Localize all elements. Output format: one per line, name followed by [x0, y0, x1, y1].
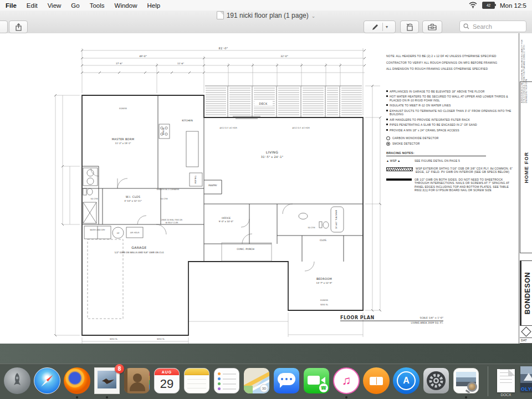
system-preferences-icon: [423, 368, 449, 393]
pdf-page[interactable]: 81'-0" 49'-0" 32'-0" 17'-6" 11'-6" MASTE…: [0, 33, 532, 344]
dock-item-docx-file[interactable]: DOCX: [495, 366, 517, 397]
menu-view[interactable]: View: [43, 2, 66, 9]
proxy-document-icon[interactable]: [217, 11, 224, 19]
markup-pen-button[interactable]: ▾: [364, 21, 396, 33]
ibooks-icon: [363, 367, 390, 394]
facetime-icon: ☎: [304, 368, 329, 393]
dim-17-6: 17'-6": [116, 62, 122, 65]
room-label-garage: GARAGE: [131, 245, 147, 249]
label-window-9050b: 9050 SL: [157, 338, 165, 340]
titleblock-date-label: DAT: [520, 337, 532, 342]
bracing-notes: BRACING NOTES: ▲ WSP ▲ SEE FIGURE DETAIL…: [386, 151, 516, 192]
bullet-crawl-space: PROVIDE A MIN 18" x 24" CRAWL SPACE ACCE…: [390, 129, 459, 132]
label-window-5050: 5050 SL: [320, 304, 328, 306]
label-hdr-2: 4X12 D.F. #2 HDR: [292, 127, 310, 129]
title-chevron-icon[interactable]: ⌄: [311, 13, 316, 19]
image-file-label: OLYM: [521, 386, 532, 392]
menu-tools[interactable]: Tools: [85, 2, 110, 9]
label-hdr-1: 4X12 D.F. #2 HDR: [219, 127, 237, 129]
room-label-porch: CONC. PORCH: [237, 248, 254, 250]
dock-item-olym-image[interactable]: OLYM: [520, 366, 532, 392]
pen-icon: [371, 23, 380, 31]
menu-bar: File Edit View Go Tools Window Help 42 M…: [0, 0, 532, 11]
dock: 8 AUG 29: [0, 364, 532, 399]
calendar-icon: AUG 29: [154, 368, 180, 393]
dim-right: 32'-0": [280, 55, 288, 58]
menu-file[interactable]: File: [3, 2, 22, 9]
battery-icon[interactable]: 42: [482, 2, 495, 9]
search-input[interactable]: [472, 23, 518, 30]
rotate-button[interactable]: [400, 21, 419, 33]
dock-item-ibooks[interactable]: [362, 367, 390, 395]
drawing-scale: SCALE 1/4" = 1'-0": [420, 316, 443, 319]
room-label-office: OFFICE: [222, 217, 231, 219]
bullet-exhaust: EXHAUST DUCTS TO TERMINATE NO CLOSER THA…: [390, 109, 516, 116]
label-wash-dry: WASH AND DRY: [90, 229, 105, 231]
solid-bar-icon: [386, 178, 412, 181]
label-range: RANGE: [162, 128, 165, 135]
reminders-icon: [214, 368, 239, 393]
label-air-hdlr: AIR HDLR: [130, 232, 140, 234]
search-field[interactable]: [459, 21, 526, 32]
label-egress-master: EGRESS: [119, 108, 127, 110]
rotate-left-icon: [406, 23, 414, 31]
titleblock-firm: BONDESON: [524, 272, 531, 314]
menu-window[interactable]: Window: [110, 2, 142, 9]
dock-item-preview[interactable]: [452, 367, 480, 395]
room-dims-master: 11'-2" x 15'-1": [115, 142, 131, 145]
dock-item-mail[interactable]: 8: [93, 367, 121, 395]
dock-item-notes[interactable]: [183, 367, 211, 395]
menu-go[interactable]: Go: [66, 2, 84, 9]
label-hp: HP: [117, 232, 120, 234]
dock-item-calendar[interactable]: AUG 29: [153, 367, 181, 395]
label-window-9050a: 9050 SL: [110, 338, 117, 340]
dock-item-safari[interactable]: [33, 367, 61, 395]
bullet-appliances: APPLIANCES IN GARAGE TO BE ELEVATED 18" …: [390, 90, 485, 94]
drawing-area: LIVING AREA 2009 SQ. FT.: [411, 321, 443, 324]
room-dims-office: 9'-0" x 10'-0": [219, 220, 234, 223]
room-label-wiclos: W.I. CLOS: [126, 195, 141, 198]
bracing-item-1: SEE FIGURE DETAIL ON PAGE 5: [415, 159, 460, 163]
document-file-icon: [497, 369, 515, 392]
menu-edit[interactable]: Edit: [22, 2, 43, 9]
markup-toolbar-button[interactable]: [422, 21, 442, 33]
label-refrig: REF'RIG: [195, 176, 197, 183]
wsp-triangle-icon: ▲ WSP ▲: [386, 159, 412, 163]
room-label-clos: CLOS: [320, 239, 326, 242]
room-label-kitchen: KITCHEN: [182, 119, 193, 122]
dock-item-maps[interactable]: 3D: [243, 367, 270, 395]
desktop-wallpaper[interactable]: [0, 344, 532, 364]
label-tub: 30"x60" TUB/SHWR: [335, 209, 337, 229]
note-contractor: CONTRACTOR TO VERIFY ALL ROUGH OPENINGS …: [386, 61, 516, 65]
smoke-detector-icon: [386, 142, 390, 146]
messages-icon: [274, 368, 299, 393]
plan-notes: NOTE: ALL HEADERS TO BE (2) 2 x 12 DF #2…: [386, 54, 516, 196]
share-button[interactable]: [9, 21, 28, 33]
legend-smoke: SMOKE DETECTOR: [392, 142, 420, 146]
dim-left: 49'-0": [139, 55, 147, 58]
room-dims-wiclos: 4'-10" x 12'-11": [124, 200, 142, 202]
menu-help[interactable]: Help: [142, 2, 165, 9]
dock-item-contacts[interactable]: [123, 367, 151, 395]
running-indicator: [106, 396, 108, 398]
pen-dropdown-chevron-icon[interactable]: ▾: [386, 24, 388, 29]
titleblock-firm-box: BONDESON: [520, 260, 532, 326]
sidebar-view-button[interactable]: [0, 21, 8, 33]
title-bar[interactable]: 191 nicki floor plan (1 page) ⌄: [0, 11, 532, 20]
wifi-icon[interactable]: [469, 2, 477, 9]
room-label-living: LIVING: [266, 150, 279, 154]
dock-item-launchpad[interactable]: [3, 367, 31, 395]
dock-item-app-store[interactable]: A: [392, 367, 420, 395]
dock-item-facetime[interactable]: ☎: [303, 367, 330, 395]
room-label-deck: DECK: [259, 102, 268, 105]
dock-item-messages[interactable]: [273, 367, 300, 395]
dock-item-reminders[interactable]: [213, 367, 241, 395]
label-egress-bedroom: EGRESS: [320, 299, 329, 301]
dock-item-firefox[interactable]: [63, 367, 91, 395]
dock-item-system-preferences[interactable]: [422, 367, 450, 395]
menu-bar-clock[interactable]: Mon 12:5: [500, 2, 532, 9]
dock-item-itunes[interactable]: ♫: [332, 367, 360, 395]
image-file-icon: OLYM: [520, 366, 532, 392]
itunes-icon: ♫: [333, 367, 360, 394]
hatched-bar-icon: [386, 167, 413, 171]
